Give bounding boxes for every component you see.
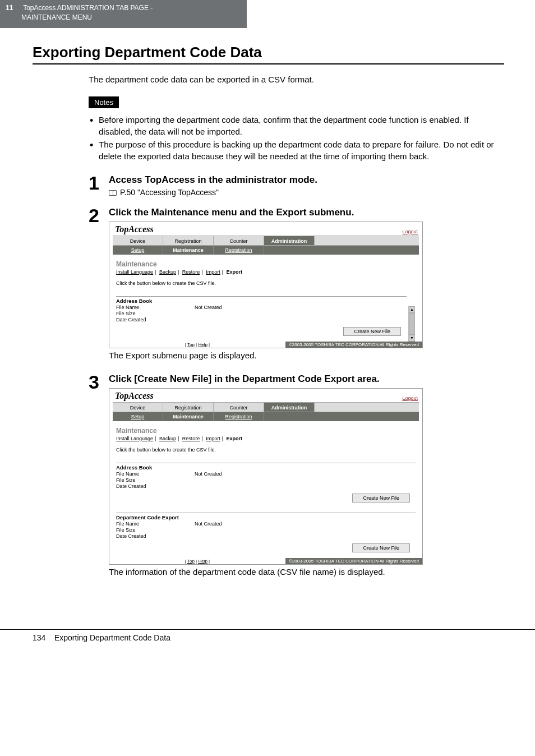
label-date-created: Date Created	[116, 317, 195, 322]
tab-registration[interactable]: Registration	[163, 403, 214, 412]
note-item: The purpose of this procedure is backing…	[89, 139, 504, 162]
scrollbar[interactable]: ▲ ▼	[408, 306, 415, 342]
subtab-maintenance[interactable]: Maintenance	[163, 246, 214, 255]
tab-counter[interactable]: Counter	[214, 236, 264, 245]
maintenance-links: Install Language| Backup| Restore| Impor…	[116, 269, 416, 275]
maintenance-heading: Maintenance	[116, 427, 416, 435]
section-address-book: Address Book	[116, 298, 407, 304]
copyright-text: ©2003-2005 TOSHIBA TEC CORPORATION All R…	[285, 342, 422, 348]
footer-links: | Top | Help |	[109, 342, 285, 347]
label-file-name: File Name	[116, 521, 195, 527]
sub-tabs: Setup Maintenance Registration	[113, 246, 419, 255]
page-footer: 134 Exporting Department Code Data	[0, 629, 535, 659]
export-description: Click the button below to create the CSV…	[116, 280, 416, 286]
link-export[interactable]: Export	[227, 436, 243, 441]
value-file-name: Not Created	[195, 305, 222, 310]
value-file-name: Not Created	[195, 471, 222, 477]
screenshot-dept-code-export: TopAccess Logout Device Registration Cou…	[109, 388, 423, 565]
subtab-setup[interactable]: Setup	[113, 412, 163, 421]
link-export[interactable]: Export	[227, 269, 243, 275]
step-2-caption: The Export submenu page is displayed.	[109, 351, 504, 360]
create-new-file-button[interactable]: Create New File	[352, 543, 410, 552]
topaccess-logo: TopAccess	[115, 224, 154, 234]
label-file-name: File Name	[116, 305, 195, 310]
label-file-size: File Size	[116, 311, 195, 316]
label-file-size: File Size	[116, 527, 195, 533]
chapter-header: 11 TopAccess ADMINISTRATION TAB PAGE - M…	[0, 0, 247, 28]
subtab-registration[interactable]: Registration	[214, 246, 264, 255]
scroll-up-icon[interactable]: ▲	[409, 306, 415, 313]
notes-label: Notes	[89, 96, 119, 108]
footer-links: | Top | Help |	[109, 559, 285, 564]
logout-link[interactable]: Logout	[402, 229, 418, 234]
label-date-created: Date Created	[116, 533, 195, 539]
step-1-title: Access TopAccess in the administrator mo…	[109, 174, 504, 186]
main-tabs: Device Registration Counter Administrati…	[113, 402, 419, 412]
page-title: Exporting Department Code Data	[33, 44, 504, 61]
note-item: Before importing the department code dat…	[89, 114, 504, 137]
notes-list: Before importing the department code dat…	[89, 114, 504, 162]
tab-administration[interactable]: Administration	[264, 236, 315, 245]
copyright-text: ©2003-2005 TOSHIBA TEC CORPORATION All R…	[285, 558, 422, 564]
create-new-file-button[interactable]: Create New File	[343, 327, 401, 336]
export-description: Click the button below to create the CSV…	[116, 447, 416, 453]
sub-tabs: Setup Maintenance Registration	[113, 412, 419, 421]
section-address-book: Address Book	[116, 464, 416, 471]
tab-registration[interactable]: Registration	[163, 236, 214, 245]
subtab-maintenance[interactable]: Maintenance	[163, 412, 214, 421]
scroll-down-icon[interactable]: ▼	[409, 335, 415, 342]
step-number: 1	[89, 173, 109, 192]
step-3-caption: The information of the department code d…	[109, 567, 504, 577]
link-restore[interactable]: Restore	[182, 436, 200, 441]
chapter-title-line2: MAINTENANCE MENU	[21, 13, 92, 21]
tab-administration[interactable]: Administration	[264, 403, 315, 412]
logout-link[interactable]: Logout	[402, 395, 418, 401]
main-tabs: Device Registration Counter Administrati…	[113, 236, 419, 246]
section-dept-code-export: Department Code Export	[116, 514, 416, 520]
screenshot-export-submenu: TopAccess Logout Device Registration Cou…	[109, 222, 423, 348]
link-install-language[interactable]: Install Language	[116, 436, 153, 441]
step-number: 3	[89, 372, 109, 391]
topaccess-logo: TopAccess	[115, 391, 154, 401]
subtab-setup[interactable]: Setup	[113, 246, 163, 255]
link-backup[interactable]: Backup	[159, 269, 176, 275]
tab-device[interactable]: Device	[113, 236, 163, 245]
help-link[interactable]: Help	[198, 559, 207, 564]
label-file-size: File Size	[116, 477, 195, 483]
link-restore[interactable]: Restore	[182, 269, 200, 275]
tab-counter[interactable]: Counter	[214, 403, 264, 412]
value-file-name: Not Created	[195, 521, 222, 527]
top-link[interactable]: Top	[187, 342, 195, 347]
link-import[interactable]: Import	[206, 436, 220, 441]
page-number: 134	[33, 633, 45, 642]
step-2-title: Click the Maintenance menu and the Expor…	[109, 207, 504, 218]
link-import[interactable]: Import	[206, 269, 220, 275]
chapter-number: 11	[6, 3, 21, 13]
label-file-name: File Name	[116, 471, 195, 477]
link-backup[interactable]: Backup	[159, 436, 176, 441]
title-divider	[33, 63, 504, 64]
label-date-created: Date Created	[116, 483, 195, 489]
step-2: 2 Click the Maintenance menu and the Exp…	[89, 206, 504, 368]
scroll-thumb[interactable]	[409, 313, 415, 335]
maintenance-heading: Maintenance	[116, 260, 416, 268]
step-3-title: Click [Create New File] in the Departmen…	[109, 374, 504, 385]
book-icon	[109, 190, 117, 196]
intro-paragraph: The department code data can be exported…	[89, 75, 504, 84]
link-install-language[interactable]: Install Language	[116, 269, 153, 275]
step-number: 2	[89, 206, 109, 225]
tab-device[interactable]: Device	[113, 403, 163, 412]
step-1: 1 Access TopAccess in the administrator …	[89, 173, 504, 201]
create-new-file-button[interactable]: Create New File	[352, 494, 410, 503]
top-link[interactable]: Top	[187, 559, 195, 564]
footer-title: Exporting Department Code Data	[54, 633, 170, 642]
subtab-registration[interactable]: Registration	[214, 412, 264, 421]
step-3: 3 Click [Create New File] in the Departm…	[89, 372, 504, 584]
chapter-title-line1: TopAccess ADMINISTRATION TAB PAGE -	[23, 4, 153, 12]
step-1-reference: P.50 "Accessing TopAccess"	[109, 188, 504, 197]
maintenance-links: Install Language| Backup| Restore| Impor…	[116, 436, 416, 441]
help-link[interactable]: Help	[198, 342, 207, 347]
